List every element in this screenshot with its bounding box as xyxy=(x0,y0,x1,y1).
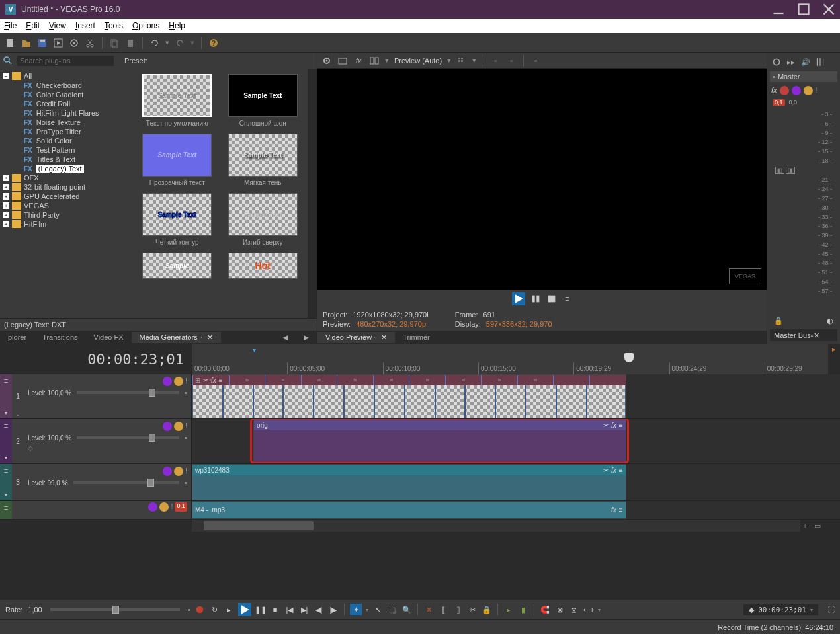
paste-icon[interactable] xyxy=(125,38,136,48)
clip-wp[interactable]: wp3102483 ✂fx≡ xyxy=(192,464,626,500)
next-icon[interactable]: ▸▸ xyxy=(786,57,796,67)
timeline-ruler[interactable]: ▾ 00:00:00;00 00:00:05;00 00:00:10;00 00… xyxy=(192,344,828,374)
open-icon[interactable] xyxy=(21,38,32,48)
rate-reset-icon[interactable]: ▫ xyxy=(188,606,190,614)
prev-frame-button[interactable]: ◀| xyxy=(314,604,324,615)
rate-slider[interactable] xyxy=(50,608,180,611)
envelope-tool[interactable]: ⬚ xyxy=(387,604,398,615)
menu-help[interactable]: Help xyxy=(169,21,185,30)
play-button[interactable] xyxy=(512,292,525,305)
gear-icon[interactable] xyxy=(771,57,782,67)
expand-icon[interactable]: ⛶ xyxy=(827,606,835,614)
crop-icon[interactable]: ✂ xyxy=(603,422,609,429)
solo-icon[interactable] xyxy=(159,502,169,512)
close-icon[interactable]: ✕ xyxy=(814,331,819,340)
zoom-in-icon[interactable]: + xyxy=(803,522,807,530)
automation-icon[interactable] xyxy=(148,502,157,512)
fx-icon[interactable]: fx xyxy=(353,56,364,66)
tab-nav-right[interactable]: ▶ xyxy=(296,332,317,343)
automation-icon[interactable] xyxy=(163,377,172,386)
tab-transitions[interactable]: Transitions xyxy=(34,332,85,342)
gear-icon[interactable] xyxy=(321,56,332,66)
preset-item[interactable]: Sample Text Сплошной фон xyxy=(224,74,303,127)
rate-value[interactable]: 1,00 xyxy=(28,606,42,614)
preset-item[interactable]: Sample Text Текст по умолчанию xyxy=(138,74,217,127)
tab-explorer[interactable]: plorer xyxy=(0,332,34,342)
tab-media-generators[interactable]: Media Generators ▫ ✕ xyxy=(132,332,221,343)
search-icon[interactable] xyxy=(3,56,13,66)
level-slider[interactable] xyxy=(77,391,179,394)
next-frame-button[interactable]: |▶ xyxy=(328,604,339,615)
options-icon[interactable]: ≡ xyxy=(562,294,573,304)
record-button[interactable] xyxy=(194,604,205,615)
grid-icon[interactable] xyxy=(456,56,467,66)
lock-button[interactable]: 🔒 xyxy=(482,604,492,615)
dim-icon[interactable]: ◐ xyxy=(827,317,833,325)
clip-audio[interactable]: M4 - .mp3 fx≡ xyxy=(192,501,626,519)
timecode-display[interactable]: 00:00:23;01 xyxy=(0,344,192,374)
marker-icon[interactable]: ▸ xyxy=(832,345,836,354)
minimize-button[interactable] xyxy=(773,3,784,15)
menu-options[interactable]: Options xyxy=(132,21,159,30)
redo-icon[interactable] xyxy=(175,38,185,48)
zoom-tool[interactable]: 🔍 xyxy=(401,604,412,615)
level-slider[interactable] xyxy=(77,436,179,439)
automation-icon[interactable] xyxy=(163,467,172,476)
normal-edit-tool[interactable]: ✦ xyxy=(350,604,362,615)
render-icon[interactable] xyxy=(53,38,63,48)
scrollbar[interactable] xyxy=(308,69,317,318)
track-level[interactable]: Level: 100,0 % xyxy=(28,389,71,397)
preset-item[interactable]: Hot xyxy=(224,253,303,279)
trim-start-button[interactable]: ⟦ xyxy=(438,604,448,615)
play-button[interactable] xyxy=(238,603,251,616)
menu-insert[interactable]: Insert xyxy=(75,21,95,30)
record-icon[interactable] xyxy=(780,86,789,95)
automation-icon[interactable] xyxy=(792,86,801,95)
properties-icon[interactable] xyxy=(69,38,79,48)
plugin-tree[interactable]: −All FXCheckerboard FXColor Gradient FXC… xyxy=(0,69,132,318)
delete-button[interactable]: ✕ xyxy=(423,604,434,615)
split-icon[interactable] xyxy=(369,56,380,66)
preset-item[interactable]: Sample Text Мягкая тень xyxy=(224,134,303,186)
solo-icon[interactable] xyxy=(174,422,183,431)
playhead[interactable] xyxy=(624,353,634,362)
sliders-icon[interactable] xyxy=(815,57,825,67)
h-scrollbar[interactable] xyxy=(192,520,800,532)
tab-master-bus[interactable]: Master Bus xyxy=(774,331,811,339)
ripple-button[interactable]: ⟷ xyxy=(583,604,594,615)
pan-icon[interactable]: ▫ xyxy=(185,389,187,397)
menu-view[interactable]: View xyxy=(49,21,66,30)
lock-icon[interactable]: 🔒 xyxy=(774,317,783,325)
mute-icon[interactable]: ! xyxy=(816,86,818,95)
close-icon[interactable]: ✕ xyxy=(207,333,213,341)
clip-orig[interactable]: orig ✂fx≡ xyxy=(253,419,626,463)
menu-tools[interactable]: Tools xyxy=(105,21,123,30)
new-icon[interactable] xyxy=(5,38,16,48)
speaker-icon[interactable]: 🔊 xyxy=(800,57,811,67)
maximize-button[interactable] xyxy=(798,3,810,15)
level-slider[interactable] xyxy=(73,481,179,484)
zoom-fit-icon[interactable]: ▭ xyxy=(814,522,821,530)
pin-icon[interactable]: ▫ xyxy=(200,333,202,341)
copy-snapshot-icon[interactable]: ▫ xyxy=(490,56,501,66)
marker-button[interactable]: ▸ xyxy=(503,604,514,615)
footer-timecode[interactable]: 00:00:23;01 xyxy=(758,606,806,614)
mute-icon[interactable]: ! xyxy=(185,422,187,431)
fx-icon[interactable]: fx xyxy=(771,86,777,95)
go-start-button[interactable]: |◀ xyxy=(284,604,295,615)
loop-button[interactable]: ↻ xyxy=(209,604,220,615)
preset-item[interactable]: Sample Text Прозрачный текст xyxy=(138,134,217,186)
trim-end-button[interactable]: ⟧ xyxy=(452,604,463,615)
snap-button[interactable]: 🧲 xyxy=(540,604,550,615)
region-button[interactable]: ▮ xyxy=(518,604,528,615)
cut-icon[interactable] xyxy=(85,38,95,48)
undo-icon[interactable] xyxy=(149,38,160,48)
stop-button[interactable]: ■ xyxy=(270,604,280,615)
auto-ripple-button[interactable]: ⊠ xyxy=(554,604,565,615)
automation-icon[interactable] xyxy=(163,422,172,431)
track-handle[interactable]: ≡ xyxy=(0,501,12,519)
split-button[interactable]: ✂ xyxy=(467,604,478,615)
track-handle[interactable]: ≡▾ xyxy=(0,374,12,418)
save-snapshot-icon[interactable]: ▫ xyxy=(506,56,517,66)
selection-tool[interactable]: ↖ xyxy=(372,604,383,615)
